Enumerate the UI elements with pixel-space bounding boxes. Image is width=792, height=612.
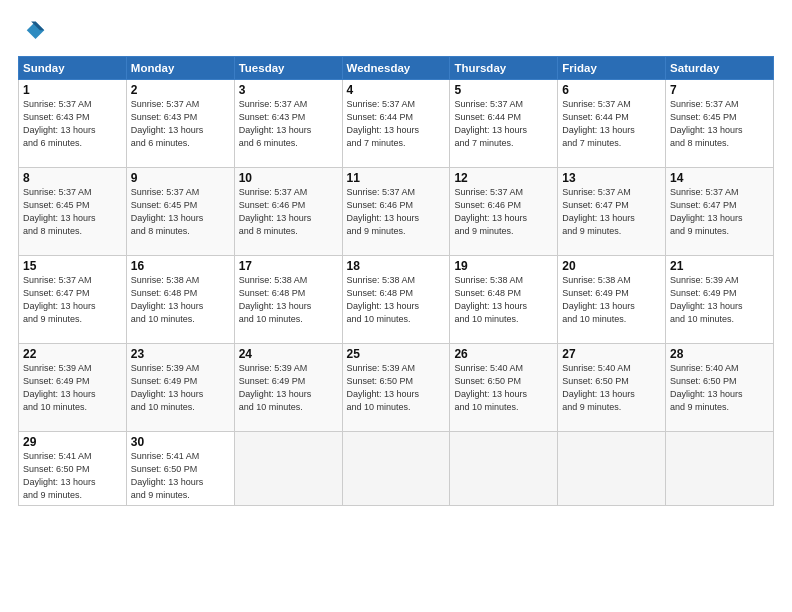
calendar-cell: 19Sunrise: 5:38 AM Sunset: 6:48 PM Dayli… [450,256,558,344]
weekday-header-tuesday: Tuesday [234,57,342,80]
day-number: 21 [670,259,769,273]
calendar-cell [342,432,450,506]
day-info: Sunrise: 5:38 AM Sunset: 6:48 PM Dayligh… [239,274,338,326]
day-info: Sunrise: 5:39 AM Sunset: 6:49 PM Dayligh… [239,362,338,414]
calendar-week-row: 29Sunrise: 5:41 AM Sunset: 6:50 PM Dayli… [19,432,774,506]
day-number: 13 [562,171,661,185]
header [18,18,774,46]
calendar-cell: 2Sunrise: 5:37 AM Sunset: 6:43 PM Daylig… [126,80,234,168]
day-info: Sunrise: 5:37 AM Sunset: 6:44 PM Dayligh… [454,98,553,150]
day-number: 4 [347,83,446,97]
day-number: 27 [562,347,661,361]
day-number: 14 [670,171,769,185]
calendar-cell: 26Sunrise: 5:40 AM Sunset: 6:50 PM Dayli… [450,344,558,432]
day-info: Sunrise: 5:37 AM Sunset: 6:45 PM Dayligh… [23,186,122,238]
day-number: 16 [131,259,230,273]
calendar-week-row: 22Sunrise: 5:39 AM Sunset: 6:49 PM Dayli… [19,344,774,432]
day-number: 7 [670,83,769,97]
calendar-cell: 8Sunrise: 5:37 AM Sunset: 6:45 PM Daylig… [19,168,127,256]
day-number: 28 [670,347,769,361]
day-info: Sunrise: 5:39 AM Sunset: 6:50 PM Dayligh… [347,362,446,414]
day-info: Sunrise: 5:37 AM Sunset: 6:46 PM Dayligh… [454,186,553,238]
day-number: 5 [454,83,553,97]
day-number: 1 [23,83,122,97]
day-info: Sunrise: 5:37 AM Sunset: 6:43 PM Dayligh… [23,98,122,150]
day-info: Sunrise: 5:37 AM Sunset: 6:47 PM Dayligh… [23,274,122,326]
day-number: 26 [454,347,553,361]
calendar-week-row: 8Sunrise: 5:37 AM Sunset: 6:45 PM Daylig… [19,168,774,256]
weekday-header-saturday: Saturday [666,57,774,80]
day-info: Sunrise: 5:37 AM Sunset: 6:44 PM Dayligh… [347,98,446,150]
day-number: 3 [239,83,338,97]
calendar-cell: 25Sunrise: 5:39 AM Sunset: 6:50 PM Dayli… [342,344,450,432]
day-number: 6 [562,83,661,97]
calendar-cell: 21Sunrise: 5:39 AM Sunset: 6:49 PM Dayli… [666,256,774,344]
calendar-week-row: 1Sunrise: 5:37 AM Sunset: 6:43 PM Daylig… [19,80,774,168]
calendar-cell: 12Sunrise: 5:37 AM Sunset: 6:46 PM Dayli… [450,168,558,256]
calendar-cell: 14Sunrise: 5:37 AM Sunset: 6:47 PM Dayli… [666,168,774,256]
day-number: 10 [239,171,338,185]
calendar-cell: 23Sunrise: 5:39 AM Sunset: 6:49 PM Dayli… [126,344,234,432]
day-number: 15 [23,259,122,273]
day-info: Sunrise: 5:38 AM Sunset: 6:49 PM Dayligh… [562,274,661,326]
day-info: Sunrise: 5:41 AM Sunset: 6:50 PM Dayligh… [23,450,122,502]
calendar-week-row: 15Sunrise: 5:37 AM Sunset: 6:47 PM Dayli… [19,256,774,344]
weekday-header-thursday: Thursday [450,57,558,80]
day-number: 29 [23,435,122,449]
calendar-cell: 30Sunrise: 5:41 AM Sunset: 6:50 PM Dayli… [126,432,234,506]
day-info: Sunrise: 5:38 AM Sunset: 6:48 PM Dayligh… [347,274,446,326]
day-info: Sunrise: 5:37 AM Sunset: 6:45 PM Dayligh… [131,186,230,238]
day-info: Sunrise: 5:39 AM Sunset: 6:49 PM Dayligh… [670,274,769,326]
calendar-cell: 27Sunrise: 5:40 AM Sunset: 6:50 PM Dayli… [558,344,666,432]
day-number: 23 [131,347,230,361]
page: SundayMondayTuesdayWednesdayThursdayFrid… [0,0,792,612]
calendar-cell: 6Sunrise: 5:37 AM Sunset: 6:44 PM Daylig… [558,80,666,168]
day-info: Sunrise: 5:39 AM Sunset: 6:49 PM Dayligh… [23,362,122,414]
day-info: Sunrise: 5:37 AM Sunset: 6:43 PM Dayligh… [239,98,338,150]
weekday-header-friday: Friday [558,57,666,80]
calendar-cell: 4Sunrise: 5:37 AM Sunset: 6:44 PM Daylig… [342,80,450,168]
day-number: 19 [454,259,553,273]
day-info: Sunrise: 5:37 AM Sunset: 6:46 PM Dayligh… [239,186,338,238]
calendar-cell: 28Sunrise: 5:40 AM Sunset: 6:50 PM Dayli… [666,344,774,432]
day-info: Sunrise: 5:37 AM Sunset: 6:43 PM Dayligh… [131,98,230,150]
day-number: 18 [347,259,446,273]
calendar-cell: 29Sunrise: 5:41 AM Sunset: 6:50 PM Dayli… [19,432,127,506]
day-number: 20 [562,259,661,273]
calendar-cell: 3Sunrise: 5:37 AM Sunset: 6:43 PM Daylig… [234,80,342,168]
calendar-cell [558,432,666,506]
day-info: Sunrise: 5:39 AM Sunset: 6:49 PM Dayligh… [131,362,230,414]
calendar-cell: 24Sunrise: 5:39 AM Sunset: 6:49 PM Dayli… [234,344,342,432]
calendar-cell: 5Sunrise: 5:37 AM Sunset: 6:44 PM Daylig… [450,80,558,168]
calendar-cell: 17Sunrise: 5:38 AM Sunset: 6:48 PM Dayli… [234,256,342,344]
calendar-cell: 18Sunrise: 5:38 AM Sunset: 6:48 PM Dayli… [342,256,450,344]
calendar-cell: 11Sunrise: 5:37 AM Sunset: 6:46 PM Dayli… [342,168,450,256]
day-number: 17 [239,259,338,273]
day-info: Sunrise: 5:38 AM Sunset: 6:48 PM Dayligh… [454,274,553,326]
calendar-cell: 1Sunrise: 5:37 AM Sunset: 6:43 PM Daylig… [19,80,127,168]
calendar-cell: 16Sunrise: 5:38 AM Sunset: 6:48 PM Dayli… [126,256,234,344]
day-info: Sunrise: 5:37 AM Sunset: 6:46 PM Dayligh… [347,186,446,238]
calendar-cell: 9Sunrise: 5:37 AM Sunset: 6:45 PM Daylig… [126,168,234,256]
day-number: 8 [23,171,122,185]
day-number: 30 [131,435,230,449]
day-info: Sunrise: 5:40 AM Sunset: 6:50 PM Dayligh… [454,362,553,414]
day-number: 25 [347,347,446,361]
weekday-header-sunday: Sunday [19,57,127,80]
day-info: Sunrise: 5:38 AM Sunset: 6:48 PM Dayligh… [131,274,230,326]
day-info: Sunrise: 5:41 AM Sunset: 6:50 PM Dayligh… [131,450,230,502]
day-number: 9 [131,171,230,185]
day-number: 24 [239,347,338,361]
logo-icon [18,18,46,46]
calendar-cell: 20Sunrise: 5:38 AM Sunset: 6:49 PM Dayli… [558,256,666,344]
calendar-cell: 13Sunrise: 5:37 AM Sunset: 6:47 PM Dayli… [558,168,666,256]
calendar-table: SundayMondayTuesdayWednesdayThursdayFrid… [18,56,774,506]
day-number: 22 [23,347,122,361]
calendar-header-row: SundayMondayTuesdayWednesdayThursdayFrid… [19,57,774,80]
weekday-header-monday: Monday [126,57,234,80]
day-info: Sunrise: 5:40 AM Sunset: 6:50 PM Dayligh… [670,362,769,414]
day-info: Sunrise: 5:37 AM Sunset: 6:47 PM Dayligh… [670,186,769,238]
calendar-cell [234,432,342,506]
day-info: Sunrise: 5:40 AM Sunset: 6:50 PM Dayligh… [562,362,661,414]
calendar-cell: 10Sunrise: 5:37 AM Sunset: 6:46 PM Dayli… [234,168,342,256]
